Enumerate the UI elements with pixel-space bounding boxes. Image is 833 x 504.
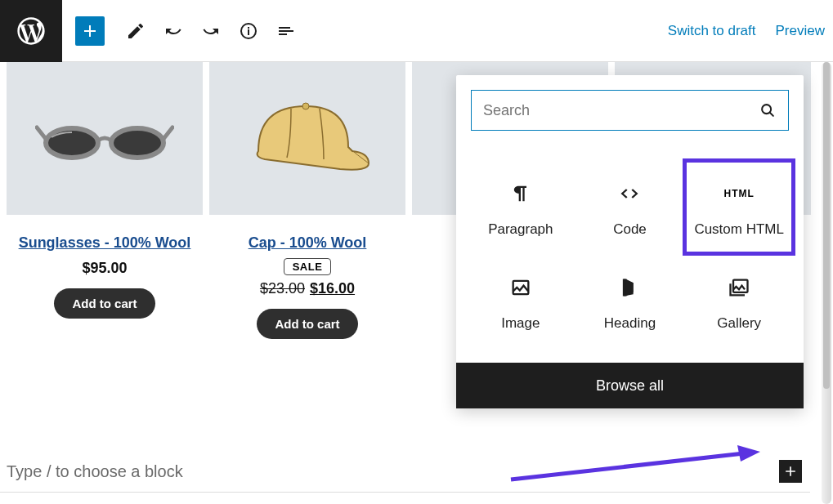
product-title[interactable]: Sunglasses - 100% Wool — [7, 233, 203, 253]
gallery-icon — [728, 276, 750, 299]
wordpress-icon — [15, 15, 47, 47]
product-price: $23.00$16.00 — [209, 280, 405, 297]
block-image[interactable]: Image — [466, 254, 575, 348]
block-label: Image — [501, 315, 540, 332]
block-label: Code — [613, 221, 647, 238]
html-icon: HTML — [724, 188, 755, 199]
svg-point-2 — [302, 103, 309, 109]
product-card: Sunglasses - 100% Wool $95.00 Add to car… — [7, 62, 203, 339]
product-image — [7, 62, 203, 215]
svg-point-1 — [111, 128, 163, 158]
prompt-placeholder: Type / to choose a block — [7, 462, 183, 481]
block-inserter-panel: Paragraph Code HTML Custom HTML Image He… — [456, 75, 804, 408]
search-icon — [759, 101, 777, 119]
svg-marker-7 — [737, 445, 760, 462]
undo-button[interactable] — [155, 13, 191, 49]
toolbar-right-group: Switch to draft Preview — [668, 23, 833, 39]
code-icon — [618, 182, 641, 205]
list-view-icon — [276, 21, 296, 41]
heading-icon — [618, 276, 641, 299]
block-label: Custom HTML — [694, 221, 784, 238]
sunglasses-illustration — [35, 114, 174, 163]
block-custom-html[interactable]: HTML Custom HTML — [684, 160, 794, 254]
scrollbar[interactable] — [822, 62, 831, 504]
block-label: Paragraph — [488, 221, 553, 238]
sale-badge: SALE — [284, 258, 332, 275]
search-input[interactable] — [483, 102, 759, 119]
plus-icon — [80, 21, 100, 41]
list-view-button[interactable] — [268, 13, 304, 49]
preview-link[interactable]: Preview — [776, 23, 825, 39]
new-price: $16.00 — [310, 280, 355, 297]
block-label: Gallery — [717, 315, 761, 332]
add-to-cart-button[interactable]: Add to cart — [257, 309, 357, 339]
top-toolbar: Switch to draft Preview — [0, 0, 833, 62]
switch-to-draft-link[interactable]: Switch to draft — [668, 23, 756, 39]
pencil-icon — [126, 21, 146, 41]
info-icon — [239, 21, 258, 41]
product-price: $95.00 — [7, 260, 203, 277]
browse-all-button[interactable]: Browse all — [456, 363, 804, 408]
block-paragraph[interactable]: Paragraph — [466, 160, 575, 254]
paragraph-icon — [509, 182, 532, 205]
product-card: Cap - 100% Wool SALE $23.00$16.00 Add to… — [209, 62, 405, 339]
edit-button[interactable] — [118, 13, 154, 49]
cap-illustration — [242, 94, 373, 184]
blocks-grid: Paragraph Code HTML Custom HTML Image He… — [456, 145, 804, 363]
undo-icon — [163, 21, 183, 41]
redo-button[interactable] — [193, 13, 229, 49]
redo-icon — [201, 21, 221, 41]
product-info: Cap - 100% Wool SALE $23.00$16.00 Add to… — [209, 215, 405, 339]
add-to-cart-button[interactable]: Add to cart — [54, 288, 155, 319]
info-button[interactable] — [231, 13, 266, 49]
block-label: Heading — [604, 315, 656, 332]
block-heading[interactable]: Heading — [575, 254, 685, 348]
plus-icon — [782, 463, 799, 479]
old-price: $23.00 — [260, 280, 305, 297]
search-wrapper — [456, 75, 804, 145]
block-code[interactable]: Code — [575, 160, 685, 254]
inline-add-block-button[interactable] — [779, 460, 802, 483]
block-gallery[interactable]: Gallery — [684, 254, 794, 348]
search-input-container[interactable] — [471, 90, 789, 131]
product-title[interactable]: Cap - 100% Wool — [209, 233, 405, 253]
divider — [0, 492, 810, 493]
wordpress-logo[interactable] — [0, 0, 62, 62]
block-prompt[interactable]: Type / to choose a block — [7, 460, 802, 483]
add-block-button[interactable] — [75, 16, 105, 46]
toolbar-left-group — [62, 13, 304, 49]
product-image — [209, 62, 405, 215]
image-icon — [509, 276, 532, 299]
product-info: Sunglasses - 100% Wool $95.00 Add to car… — [7, 215, 203, 319]
